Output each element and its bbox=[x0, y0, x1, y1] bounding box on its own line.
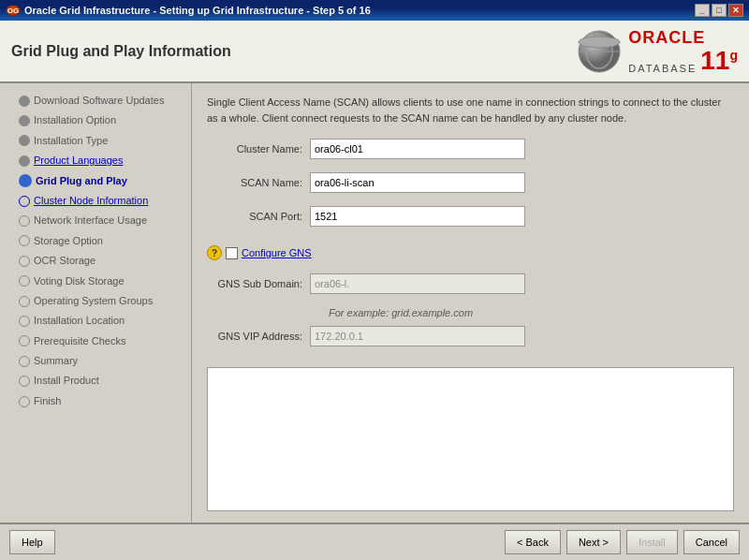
step-icon-summary bbox=[19, 356, 30, 367]
gns-subdomain-row: GNS Sub Domain: bbox=[207, 273, 734, 294]
scan-port-label: SCAN Port: bbox=[207, 211, 310, 222]
configure-gns-checkbox[interactable] bbox=[226, 247, 238, 259]
minimize-button[interactable]: _ bbox=[695, 4, 710, 17]
scan-name-label: SCAN Name: bbox=[207, 177, 310, 188]
svg-text:OG: OG bbox=[7, 7, 19, 15]
sidebar-item-os-groups: Operating System Groups bbox=[0, 291, 191, 311]
oracle-brand: ORACLE bbox=[628, 28, 738, 48]
content-area: Download Software Updates Installation O… bbox=[0, 83, 749, 523]
scan-port-row: SCAN Port: bbox=[207, 206, 734, 227]
gns-vip-row: GNS VIP Address: bbox=[207, 326, 734, 346]
step-icon-voting bbox=[19, 275, 30, 287]
footer: Help < Back Next > Install Cancel bbox=[0, 523, 749, 560]
step-icon-grid-plug bbox=[19, 174, 32, 187]
step-icon-os-groups bbox=[19, 296, 30, 307]
oracle-product: DATABASE bbox=[628, 63, 697, 74]
scan-name-input[interactable] bbox=[310, 172, 525, 193]
sidebar-item-grid-plug-play: Grid Plug and Play bbox=[0, 171, 191, 191]
sidebar-item-product-languages[interactable]: Product Languages bbox=[0, 151, 191, 170]
page-title: Grid Plug and Play Information bbox=[11, 43, 231, 60]
footer-right: < Back Next > Install Cancel bbox=[505, 530, 740, 554]
svg-point-5 bbox=[579, 37, 620, 48]
gns-help-icon: ? bbox=[207, 245, 222, 260]
app-icon: OG bbox=[6, 3, 21, 18]
header: Grid Plug and Play Information bbox=[0, 21, 749, 83]
main-window: Grid Plug and Play Information bbox=[0, 21, 749, 560]
cluster-name-input[interactable] bbox=[310, 139, 525, 159]
gns-subdomain-label: GNS Sub Domain: bbox=[207, 278, 310, 289]
bottom-textarea bbox=[207, 367, 734, 511]
step-icon-install-option bbox=[19, 115, 30, 126]
sidebar-item-network: Network Interface Usage bbox=[0, 211, 191, 230]
configure-gns-label[interactable]: Configure GNS bbox=[242, 247, 312, 258]
description-text: Single Client Access Name (SCAN) allows … bbox=[207, 95, 734, 125]
sidebar-item-summary: Summary bbox=[0, 351, 191, 371]
back-button[interactable]: < Back bbox=[505, 530, 561, 554]
configure-gns-row: ? Configure GNS bbox=[207, 245, 734, 260]
footer-left: Help bbox=[9, 530, 55, 554]
sidebar-item-prereq: Prerequisite Checks bbox=[0, 332, 191, 351]
db-icon bbox=[576, 29, 623, 74]
help-button[interactable]: Help bbox=[9, 530, 55, 554]
step-icon-storage bbox=[19, 235, 30, 246]
close-button[interactable]: ✕ bbox=[728, 4, 743, 17]
cancel-button[interactable]: Cancel bbox=[683, 530, 740, 554]
step-icon-ocr bbox=[19, 256, 30, 267]
scan-port-input[interactable] bbox=[310, 206, 525, 227]
gns-note-text: For example: grid.example.com bbox=[207, 307, 734, 318]
sidebar-item-voting-disk: Voting Disk Storage bbox=[0, 272, 191, 291]
step-icon-download bbox=[19, 96, 30, 107]
scan-name-row: SCAN Name: bbox=[207, 172, 734, 193]
next-button[interactable]: Next > bbox=[566, 530, 621, 554]
oracle-version: 11g bbox=[700, 48, 738, 74]
step-icon-cluster-node bbox=[19, 196, 30, 207]
sidebar-item-finish: Finish bbox=[0, 391, 191, 411]
sidebar-item-installation-option: Installation Option bbox=[0, 111, 191, 130]
gns-vip-input[interactable] bbox=[310, 326, 525, 346]
sidebar-item-cluster-node[interactable]: Cluster Node Information bbox=[0, 191, 191, 211]
main-panel: Single Client Access Name (SCAN) allows … bbox=[192, 83, 749, 523]
sidebar: Download Software Updates Installation O… bbox=[0, 83, 192, 523]
sidebar-item-download-software: Download Software Updates bbox=[0, 91, 191, 111]
oracle-logo: ORACLE DATABASE 11g bbox=[576, 28, 738, 74]
sidebar-item-installation-type: Installation Type bbox=[0, 131, 191, 151]
sidebar-item-ocr: OCR Storage bbox=[0, 251, 191, 271]
title-bar: OG Oracle Grid Infrastructure - Setting … bbox=[0, 0, 749, 21]
sidebar-item-storage-option: Storage Option bbox=[0, 231, 191, 251]
step-icon-install-prod bbox=[19, 376, 30, 387]
sidebar-item-install-location: Installation Location bbox=[0, 311, 191, 331]
window-controls[interactable]: _ □ ✕ bbox=[695, 4, 743, 17]
step-icon-network bbox=[19, 215, 30, 227]
step-icon-install-loc bbox=[19, 316, 30, 327]
step-icon-product-lang bbox=[19, 155, 30, 167]
cluster-name-row: Cluster Name: bbox=[207, 139, 734, 159]
step-icon-finish bbox=[19, 396, 30, 407]
install-button: Install bbox=[626, 530, 678, 554]
sidebar-item-install-product: Install Product bbox=[0, 371, 191, 391]
maximize-button[interactable]: □ bbox=[712, 4, 727, 17]
step-icon-prereq bbox=[19, 335, 30, 346]
gns-subdomain-input[interactable] bbox=[310, 273, 525, 294]
cluster-name-label: Cluster Name: bbox=[207, 143, 310, 155]
step-icon-install-type bbox=[19, 135, 30, 146]
window-title: Oracle Grid Infrastructure - Setting up … bbox=[24, 5, 371, 16]
gns-vip-label: GNS VIP Address: bbox=[207, 331, 310, 342]
